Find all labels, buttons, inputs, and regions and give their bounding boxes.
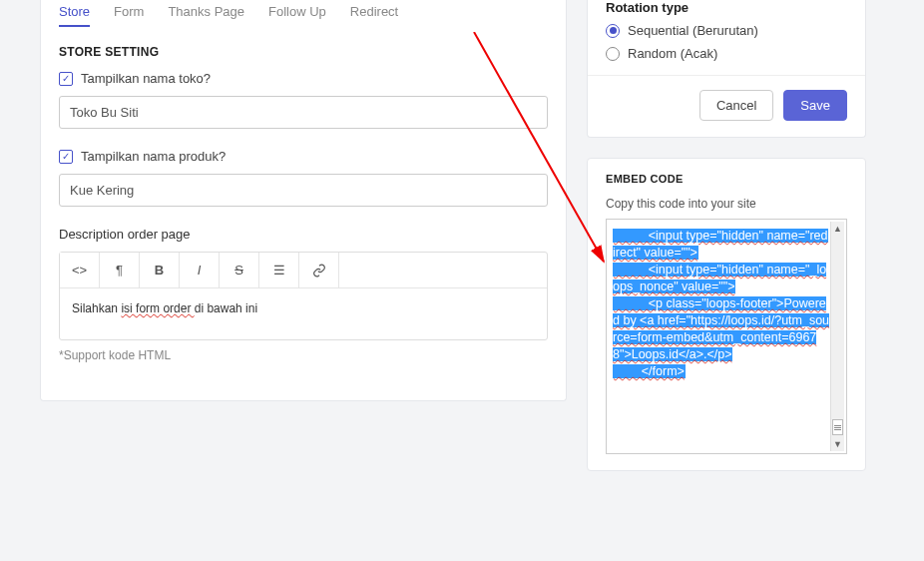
store-settings-panel: Store Form Thanks Page Follow Up Redirec… [40, 0, 567, 401]
link-button[interactable] [299, 253, 339, 288]
show-store-name-checkbox[interactable]: ✓ [59, 72, 73, 86]
scroll-thumb[interactable] [832, 419, 843, 435]
editor-text: di bawah ini [195, 301, 257, 315]
tab-form[interactable]: Form [114, 0, 144, 27]
editor-toolbar: <> ¶ B I S ☰ [60, 253, 547, 289]
settings-tabs: Store Form Thanks Page Follow Up Redirec… [59, 0, 548, 31]
description-label: Description order page [59, 227, 548, 242]
list-button[interactable]: ☰ [259, 253, 299, 288]
product-name-input[interactable] [59, 174, 548, 207]
description-editor: <> ¶ B I S ☰ Silahkan isi form order di … [59, 252, 548, 340]
html-support-hint: *Support kode HTML [59, 348, 548, 362]
embed-code-heading: EMBED CODE [606, 173, 847, 185]
editor-text-spellerror: order [163, 301, 194, 315]
show-product-name-label: Tampilkan nama produk? [81, 149, 226, 164]
radio-label: Sequential (Berurutan) [628, 23, 758, 38]
show-product-name-checkbox[interactable]: ✓ [59, 150, 73, 164]
editor-content[interactable]: Silahkan isi form order di bawah ini [60, 289, 547, 339]
editor-text-spellerror: isi form [121, 301, 163, 315]
cancel-button[interactable]: Cancel [699, 90, 773, 121]
save-button[interactable]: Save [783, 90, 847, 121]
rotation-card: Rotation type Sequential (Berurutan) Ran… [587, 0, 866, 138]
scroll-up-icon[interactable]: ▲ [833, 222, 842, 236]
radio-icon [606, 24, 620, 38]
tab-thanks-page[interactable]: Thanks Page [168, 0, 244, 27]
embed-code-textarea[interactable]: <input type="hidden" name="redirect" val… [606, 219, 847, 454]
store-setting-heading: STORE SETTING [59, 45, 548, 59]
editor-text: Silahkan [72, 301, 121, 315]
strike-button[interactable]: S [220, 253, 259, 288]
radio-label: Random (Acak) [628, 46, 717, 61]
tab-follow-up[interactable]: Follow Up [268, 0, 326, 27]
show-store-name-label: Tampilkan nama toko? [81, 71, 211, 86]
radio-icon [606, 47, 620, 61]
paragraph-format-button[interactable]: ¶ [100, 253, 140, 288]
store-name-input[interactable] [59, 96, 548, 129]
italic-button[interactable]: I [180, 253, 220, 288]
code-scrollbar[interactable]: ▲ ▼ [830, 222, 844, 451]
link-icon [312, 264, 326, 278]
bold-button[interactable]: B [140, 253, 180, 288]
rotation-sequential-radio[interactable]: Sequential (Berurutan) [606, 23, 847, 38]
embed-code-caption: Copy this code into your site [606, 197, 847, 211]
embed-code-card: EMBED CODE Copy this code into your site… [587, 158, 866, 471]
rotation-random-radio[interactable]: Random (Acak) [606, 46, 847, 61]
tab-redirect[interactable]: Redirect [350, 0, 398, 27]
code-view-button[interactable]: <> [60, 253, 100, 288]
tab-store[interactable]: Store [59, 0, 90, 27]
scroll-down-icon[interactable]: ▼ [833, 437, 842, 451]
rotation-type-label: Rotation type [606, 0, 847, 15]
